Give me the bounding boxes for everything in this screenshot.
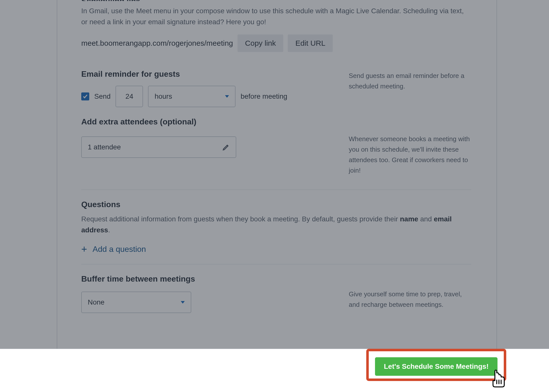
attendees-value: 1 attendee [88,143,121,151]
panel-right-border [496,0,497,349]
reminder-suffix: before meeting [240,92,287,100]
attendees-title: Add extra attendees (optional) [81,117,331,126]
questions-desc-prefix: Request additional information from gues… [81,215,400,223]
settings-panel: Scheduling link In Gmail, use the Meet m… [0,0,549,349]
reminder-amount-input[interactable] [116,86,143,107]
questions-suffix: . [108,226,110,234]
attendees-input[interactable]: 1 attendee [81,136,236,158]
reminder-title: Email reminder for guests [81,69,331,79]
add-question-label: Add a question [92,245,146,254]
attendees-section: Add extra attendees (optional) 1 attende… [81,117,471,176]
pencil-icon [222,143,230,151]
reminder-help-text: Send guests an email reminder before a s… [349,69,471,91]
panel-left-border [57,0,57,349]
add-question-button[interactable]: + Add a question [81,244,471,254]
reminder-unit-select[interactable]: hours [148,86,236,107]
scheduling-link-title: Scheduling link [81,0,471,1]
scheduling-link-description: In Gmail, use the Meet menu in your comp… [81,5,471,27]
check-icon [82,94,88,99]
send-label: Send [94,92,110,100]
reminder-controls: Send hours before meeting [81,86,331,107]
chevron-down-icon [181,301,185,304]
questions-name-word: name [400,215,418,223]
divider [81,264,471,264]
reminder-unit-value: hours [154,92,172,100]
buffer-section: Buffer time between meetings None Give y… [81,274,471,313]
copy-link-button[interactable]: Copy link [238,34,283,52]
scheduling-url: meet.boomerangapp.com/rogerjones/meeting [81,39,233,47]
edit-url-button[interactable]: Edit URL [288,34,333,52]
buffer-value: None [88,298,104,306]
cursor-pointer-icon [490,370,506,388]
chevron-down-icon [225,95,229,98]
questions-title: Questions [81,200,471,209]
buffer-select[interactable]: None [81,292,191,313]
attendees-help-text: Whenever someone books a meeting with yo… [349,117,471,176]
send-reminder-checkbox[interactable] [81,92,89,100]
content-area: Scheduling link In Gmail, use the Meet m… [81,0,471,313]
scheduling-link-row: meet.boomerangapp.com/rogerjones/meeting… [81,34,471,52]
reminder-section: Email reminder for guests Send hours bef… [81,69,471,107]
questions-description: Request additional information from gues… [81,214,471,236]
questions-and: and [418,215,434,223]
divider [81,190,471,190]
buffer-help-text: Give yourself some time to prep, travel,… [349,274,471,310]
plus-icon: + [81,244,87,254]
schedule-meetings-button[interactable]: Let's Schedule Some Meetings! [375,357,498,376]
buffer-title: Buffer time between meetings [81,274,331,284]
